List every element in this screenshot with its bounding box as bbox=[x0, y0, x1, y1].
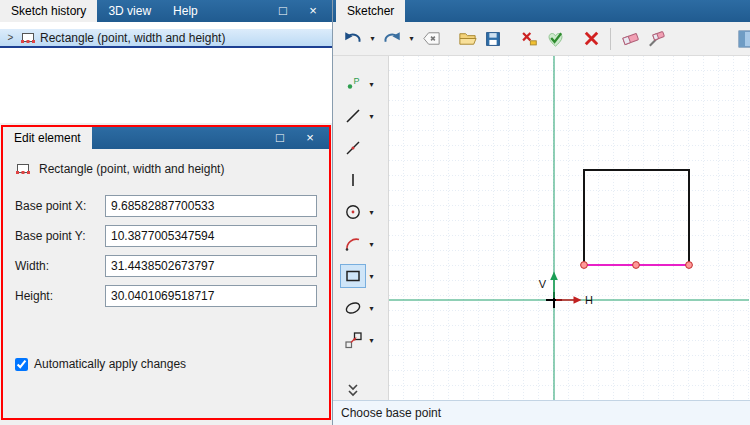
v-axis-label: V bbox=[539, 278, 547, 290]
polyline-tool-button[interactable] bbox=[340, 136, 366, 160]
tab-sketcher[interactable]: Sketcher bbox=[336, 0, 405, 22]
sketch-canvas[interactable]: V H bbox=[389, 56, 749, 400]
expander-icon[interactable]: > bbox=[5, 32, 16, 43]
base-point-x-input[interactable] bbox=[105, 195, 317, 217]
point-tool-button[interactable]: P bbox=[340, 72, 366, 96]
undo-button[interactable] bbox=[341, 27, 365, 51]
edit-titlebar: Edit element □ × bbox=[3, 127, 329, 149]
grid-background bbox=[389, 56, 749, 400]
redo-dropdown-icon[interactable]: ▾ bbox=[406, 34, 417, 43]
status-message: Choose base point bbox=[341, 406, 441, 420]
redo-button[interactable] bbox=[380, 27, 404, 51]
history-tree: > Rectangle (point, width and height) bbox=[0, 22, 332, 123]
field-row-height: Height: bbox=[15, 285, 317, 307]
save-floppy-icon bbox=[483, 29, 503, 49]
history-titlebar: Sketch history 3D view Help □ × bbox=[0, 0, 332, 22]
base-point-y-label: Base point Y: bbox=[15, 229, 105, 243]
rectangle-icon bbox=[343, 266, 363, 286]
edit-window-buttons: □ × bbox=[273, 127, 329, 149]
width-input[interactable] bbox=[105, 255, 317, 277]
sketcher-toolbar: ▾ ▾ bbox=[333, 22, 750, 56]
circle-tool-dropdown[interactable]: ▾ bbox=[366, 208, 377, 217]
maximize-icon[interactable]: □ bbox=[273, 128, 287, 148]
base-point-x-label: Base point X: bbox=[15, 199, 105, 213]
ellipse-tool-dropdown[interactable]: ▾ bbox=[366, 304, 377, 313]
field-row-base-y: Base point Y: bbox=[15, 225, 317, 247]
base-point-y-input[interactable] bbox=[105, 225, 317, 247]
cancel-x-icon bbox=[581, 28, 602, 49]
open-folder-icon bbox=[457, 28, 478, 49]
maximize-icon[interactable]: □ bbox=[276, 1, 290, 21]
eraser-pencil-icon bbox=[646, 28, 667, 49]
application-window: Sketch history 3D view Help □ × > Rectan… bbox=[0, 0, 750, 425]
auto-apply-label: Automatically apply changes bbox=[34, 357, 186, 371]
auto-apply-checkbox[interactable] bbox=[15, 358, 28, 371]
vertex-handle-right[interactable] bbox=[686, 262, 693, 269]
history-window-buttons: □ × bbox=[276, 0, 332, 22]
tool-segment bbox=[340, 168, 366, 192]
height-input[interactable] bbox=[105, 285, 317, 307]
arc-tool-button[interactable] bbox=[340, 232, 366, 256]
delete-last-button[interactable] bbox=[419, 27, 443, 51]
tab-sketch-history[interactable]: Sketch history bbox=[0, 0, 97, 22]
sketch-history-panel: Sketch history 3D view Help □ × > Rectan… bbox=[0, 0, 332, 123]
tool-rectangle: ▾ bbox=[340, 264, 377, 288]
height-label: Height: bbox=[15, 289, 105, 303]
circle-tool-button[interactable] bbox=[340, 200, 366, 224]
segment-tool-button[interactable] bbox=[340, 168, 366, 192]
tool-point: P ▾ bbox=[340, 72, 377, 96]
more-tools-button[interactable] bbox=[340, 378, 366, 402]
arc-icon bbox=[343, 234, 363, 254]
tree-item-rectangle[interactable]: > Rectangle (point, width and height) bbox=[0, 29, 332, 46]
tab-3d-view[interactable]: 3D view bbox=[97, 0, 162, 22]
h-axis-label: H bbox=[585, 294, 593, 306]
accept-sketch-button[interactable] bbox=[543, 27, 567, 51]
cancel-sketch-button[interactable] bbox=[579, 27, 603, 51]
tool-transform: ▾ bbox=[340, 328, 377, 352]
transform-tool-dropdown[interactable]: ▾ bbox=[366, 336, 377, 345]
element-type-header: Rectangle (point, width and height) bbox=[15, 159, 317, 187]
svg-text:P: P bbox=[354, 76, 360, 86]
sketch-canvas-area[interactable]: V H bbox=[389, 56, 750, 400]
line-icon bbox=[343, 106, 363, 126]
panel-partial-icon[interactable] bbox=[736, 28, 750, 53]
vertex-handle-left[interactable] bbox=[581, 262, 588, 269]
save-button[interactable] bbox=[481, 27, 505, 51]
redo-icon bbox=[382, 29, 402, 49]
element-type-label: Rectangle (point, width and height) bbox=[39, 162, 224, 176]
line-tool-dropdown[interactable]: ▾ bbox=[366, 112, 377, 121]
close-icon[interactable]: × bbox=[306, 1, 320, 21]
tab-help[interactable]: Help bbox=[162, 0, 209, 22]
edit-body: Rectangle (point, width and height) Base… bbox=[3, 149, 329, 418]
erase-tool-button[interactable] bbox=[618, 27, 642, 51]
rectangle-element-icon bbox=[15, 161, 31, 177]
delete-icon bbox=[519, 29, 539, 49]
delete-elements-button[interactable] bbox=[517, 27, 541, 51]
tool-line: ▾ bbox=[340, 104, 377, 128]
erase-edit-tool-button[interactable] bbox=[644, 27, 668, 51]
undo-dropdown-icon[interactable]: ▾ bbox=[367, 34, 378, 43]
open-button[interactable] bbox=[455, 27, 479, 51]
tool-arc: ▾ bbox=[340, 232, 377, 256]
tab-edit-element[interactable]: Edit element bbox=[3, 127, 92, 149]
line-tool-button[interactable] bbox=[340, 104, 366, 128]
ellipse-tool-button[interactable] bbox=[340, 296, 366, 320]
arc-tool-dropdown[interactable]: ▾ bbox=[366, 240, 377, 249]
rectangle-tool-dropdown[interactable]: ▾ bbox=[366, 272, 377, 281]
midpoint-handle[interactable] bbox=[633, 262, 640, 269]
rectangle-item-icon bbox=[20, 30, 36, 46]
status-bar: Choose base point bbox=[333, 400, 750, 425]
tool-ellipse: ▾ bbox=[340, 296, 377, 320]
segment-icon bbox=[343, 170, 363, 190]
rectangle-tool-button[interactable] bbox=[340, 264, 366, 288]
close-icon[interactable]: × bbox=[303, 128, 317, 148]
undo-icon bbox=[343, 29, 363, 49]
sketcher-main: P ▾ ▾ bbox=[333, 56, 750, 400]
point-icon: P bbox=[343, 74, 363, 94]
point-tool-dropdown[interactable]: ▾ bbox=[366, 80, 377, 89]
transform-tool-button[interactable] bbox=[340, 328, 366, 352]
circle-icon bbox=[343, 202, 363, 222]
auto-apply-row[interactable]: Automatically apply changes bbox=[15, 357, 317, 371]
drawing-toolstrip: P ▾ ▾ bbox=[333, 56, 389, 400]
eraser-icon bbox=[620, 28, 641, 49]
